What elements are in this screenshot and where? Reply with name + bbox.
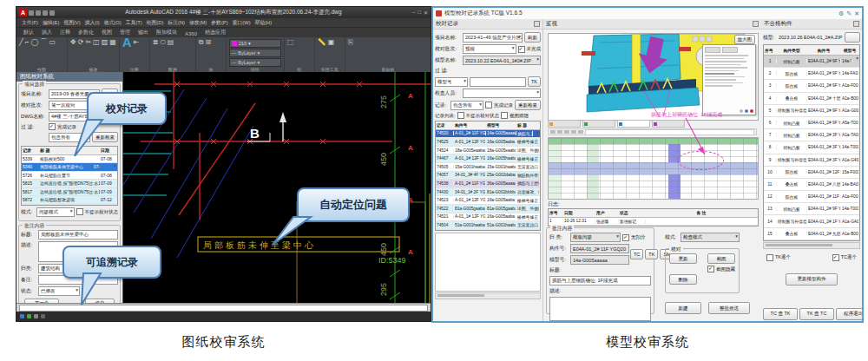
component-hscrollbar[interactable] [763,242,860,249]
layer-icon[interactable]: ≣ [153,39,159,46]
paste-icon[interactable]: ▣ [328,39,335,46]
tk-each-checkbox[interactable] [766,254,773,261]
model-number-input[interactable]: 14a-G005aaaaa [570,255,629,265]
popup-tab[interactable] [705,47,720,53]
block-edit-icon[interactable]: ⊞ [206,39,212,46]
circle-icon[interactable]: ◯ [31,39,39,46]
menu-item[interactable]: 窗口(W) [233,19,251,27]
state-select[interactable]: 已修改 [38,286,80,296]
new-button[interactable]: 新建 [665,302,701,314]
model-record-row[interactable]: 74522 81a-G005gaaba 81a-G005gaaba 详图、外挑板… [436,205,540,213]
delete-button[interactable]: 删除 [669,274,697,285]
tk-button[interactable]: TK [528,76,541,87]
screenshot-button[interactable]: 截图 [707,253,735,264]
component-row[interactable]: 9 特制窗与补偿墙 E04A-01_2# 3F Y… A1a-G403 [764,154,859,167]
menu-item[interactable]: 视图(V) [63,19,80,27]
polyline-icon[interactable]: ⌐ [25,39,30,46]
component-row[interactable]: 8 特制凸窗 E04A-01_2# 3F Y… 14a-T003 [764,141,859,154]
dim-icon[interactable]: ⇤ [134,39,140,46]
model-record-row[interactable]: 74057 34-01_3# 4F YGC 25a-G002dabaa 钢筋钩外… [436,172,540,180]
linetype-selector[interactable]: —ByLayer▾ [229,49,281,57]
array-icon[interactable]: ▦ [109,39,116,46]
no-deduction-checkbox[interactable] [622,234,629,241]
tk-button[interactable]: TK [645,249,658,259]
exit-button[interactable]: 程序退出 [836,308,862,320]
component-row[interactable]: 2 阳台板 E04A-01_2# 9F Y… 14a-FA01 [764,68,859,80]
arc-icon[interactable]: ⌒ [40,39,47,46]
lineweight-selector[interactable]: —ByLayer▾ [229,58,281,67]
model-record-row[interactable]: 74520 A-01_2# 11F YGC 14a-G005aaaaa 插筋与上… [436,130,540,139]
model-record-row[interactable]: 74525 A-01_1# 12F YGC 16a-G005aaba 楼梯号修正 [436,138,540,147]
model-viewer[interactable]: 放大图 [548,33,759,121]
record-row[interactable]: 5726 补马镫筋位置节 07-08 [22,172,117,180]
tc-check-tk-button[interactable]: TC 查 TK [763,308,798,320]
view-tab[interactable] [582,120,615,128]
update-components-button[interactable]: 更新模型构件 [786,273,838,286]
quick-access-icon[interactable] [29,10,34,16]
pin-icon[interactable] [853,21,859,27]
project-select[interactable]: 2023-41~49 信息产业片区ZH-02樘子 [463,33,523,43]
update-button[interactable]: 更新 [669,253,697,264]
done-checkbox[interactable] [485,102,492,108]
edit-icon[interactable]: ✎ [846,10,852,17]
ribbon-tab[interactable]: A360 [181,30,201,37]
view-follow-checkbox[interactable] [501,112,508,119]
mode-select[interactable]: 问题模式 [36,207,75,217]
record-hscrollbar[interactable] [435,292,541,299]
component-row[interactable]: 4 叠合板 E04A-01_2# 十层… A1a-B003 [764,93,859,105]
component-row[interactable]: 13 特制凸窗 E04A-01_2# 9F Y… 14a-T001 [764,203,859,215]
menu-item[interactable]: 格式(O) [104,19,122,27]
mirror-icon[interactable]: ◫ [93,39,100,46]
component-row[interactable]: 5 特制窗与补偿墙 E04A-01_2# 9F Y… A1a-G001 [764,105,859,117]
popup-close-icon[interactable] [750,109,753,113]
layer-off-icon[interactable]: ▤ [168,39,174,46]
save-icon[interactable] [36,10,41,16]
pin-icon[interactable] [753,21,759,27]
screenshot-hide-checkbox[interactable] [707,266,714,272]
filter-input[interactable] [470,77,526,87]
view-tab-active[interactable] [617,120,650,128]
menu-item[interactable]: 文件(F) [22,19,38,27]
log-row[interactable]: 1 10-26 12:31 张进隆 新增标记 [549,218,758,226]
model-record-row[interactable]: 74538 A-01_2# 11F YGC 36a-G005aaaaa 插筋与上… [436,180,540,188]
ribbon-tab[interactable]: 注释 [56,28,74,37]
record-row[interactable]: 5817 边线居位错,按"预埋DN75过:水1 07-09 [22,188,117,197]
menu-item[interactable]: 修改(M) [189,19,207,27]
menu-item[interactable]: 标注(N) [168,19,185,27]
undo-icon[interactable] [43,10,48,16]
ortho-toggle-icon[interactable] [34,314,38,318]
polar-toggle-icon[interactable] [41,314,45,318]
done-records-checkbox[interactable] [49,123,56,130]
menu-item[interactable]: 工具(T) [126,19,142,27]
popup-tab[interactable] [722,47,738,53]
tc-each-checkbox[interactable] [832,254,839,261]
ribbon-tab[interactable]: 精选应用 [201,28,229,37]
no-prompt-checkbox[interactable] [457,112,464,119]
ribbon-tab[interactable]: 输出 [135,28,152,37]
category-select[interactable]: 模板问题 [570,233,621,242]
layer-props-icon[interactable]: 🞅 [161,39,166,46]
settings-icon[interactable]: ⚙ [838,10,844,17]
model-record-row[interactable]: 74504 51a-G001haaba 51a-G001haaba 无误宽边口、… [436,221,540,230]
group-icon[interactable]: ⬚ [287,39,294,46]
color-selector[interactable]: 210▾ [229,39,281,48]
component-row[interactable]: 3 阳台板 E04A-01_2# 9F Y… A1a-F003 [764,80,859,92]
component-input[interactable]: E04A-01_2# 11F YGQ20 [570,244,629,253]
ribbon-tab[interactable]: 参数化 [75,28,97,37]
research-button[interactable]: 重新检索 [515,100,541,110]
component-row[interactable]: 11 叠合板 E04A-01_2# 八层… 14a-BA02 [764,179,859,191]
rect-icon[interactable]: ▭ [49,39,56,46]
title-input[interactable]: 插筋与上层钢筋确位: 1F须完成 [549,276,651,286]
mode-select[interactable]: 检查模式 [681,233,740,242]
trim-icon[interactable]: ✂ [85,39,91,46]
unfinished-checkbox[interactable] [518,46,525,53]
autocad-logo-icon[interactable]: A [19,9,27,16]
record-row[interactable]: 5340 局部板筋未伸至梁中心 07- [22,163,117,172]
component-row[interactable]: 10 阳台板 E04A-01_2# 12F … 15a-F001 [764,167,859,179]
tc-button[interactable]: TC [630,249,643,259]
enlarge-image-button[interactable]: 放大图 [734,35,756,44]
filter-type-select[interactable]: 模型号 [435,77,468,87]
rotate-icon[interactable]: ⟳ [78,39,84,46]
close-icon[interactable]: ✕ [854,10,859,17]
checker-select[interactable] [463,89,541,98]
